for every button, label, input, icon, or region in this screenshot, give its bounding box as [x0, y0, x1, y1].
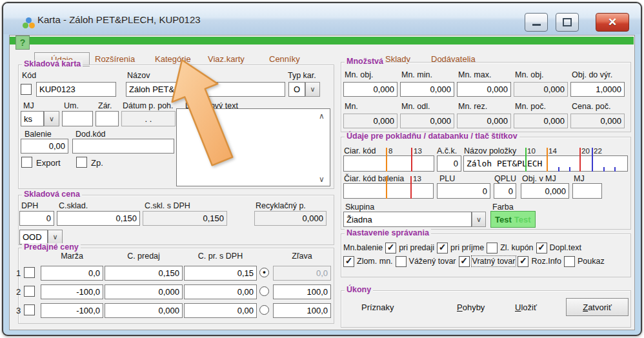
skupina-dropdown[interactable]: ∨	[472, 212, 486, 227]
zl-kupon-label: Zl. kupón	[500, 243, 533, 252]
typ-kar-label: Typ kar.	[288, 72, 316, 80]
help-button[interactable]: ?	[15, 35, 30, 50]
farba-test-text: Test	[495, 215, 512, 224]
mn-obj2-label: Mn. obj.	[515, 71, 543, 79]
zl-kupon-checkbox[interactable]	[487, 243, 498, 254]
cena-poc-label: Cena. poč.	[572, 103, 610, 111]
pri-predaji-label: pri predaji	[399, 243, 434, 252]
scroll-down-icon[interactable]: ∨	[319, 175, 325, 183]
zlava-field-2[interactable]: 100,0	[273, 284, 331, 299]
marza-field-1[interactable]: 0,0	[41, 266, 103, 281]
priznaky-button[interactable]: Príznaky	[361, 303, 394, 312]
cskldph-label: C.skl. s DPH	[145, 202, 190, 210]
price-row3-checkbox[interactable]	[24, 304, 35, 315]
price-row2-radio[interactable]	[259, 286, 269, 296]
mn-obj-field[interactable]: 0,000	[343, 82, 397, 97]
maximize-button[interactable]	[556, 13, 579, 32]
marker-13-label: 13	[414, 147, 422, 155]
mn-label: Mn.	[345, 103, 358, 111]
group-skladova-cena-caption: Skladová cena	[22, 190, 82, 199]
balenie-label: Balenie	[25, 130, 52, 139]
obj-v-mj-field[interactable]: 0,000	[521, 183, 569, 199]
recykl-field: 0,000	[254, 211, 327, 226]
csklad-field[interactable]: 0,150	[57, 211, 140, 226]
marker-14-label: 14	[548, 147, 557, 155]
zlom-mn-checkbox[interactable]: ✓	[343, 256, 354, 267]
ack-field[interactable]: 0	[437, 155, 461, 172]
nazov-field[interactable]: Záloh PET&PLECH	[126, 82, 285, 97]
plu-field[interactable]: 0	[437, 183, 490, 199]
mn-max-field[interactable]: 0,000	[457, 82, 511, 97]
datum-label: Dátum p. poh.	[123, 102, 174, 110]
zp-checkbox[interactable]	[76, 157, 87, 168]
tab-viazkarty[interactable]: Viaz.karty	[208, 54, 245, 64]
sdph-field-1[interactable]: 0,15	[184, 266, 257, 281]
name-tick	[558, 167, 559, 172]
obj-do-vyr-field[interactable]: 1,0000	[570, 82, 625, 97]
scroll-up-icon[interactable]: ∧	[319, 112, 325, 120]
skupina-field[interactable]: Žiadna	[343, 212, 472, 227]
pri-prijme-checkbox[interactable]: ✓	[437, 243, 448, 254]
tab-kategorie[interactable]: Kategórie	[155, 54, 191, 64]
mj2-field[interactable]	[572, 183, 602, 199]
vazeny-tovar-checkbox[interactable]	[396, 256, 407, 267]
qplu-field[interactable]: 0	[494, 183, 516, 199]
mn-min-label: Mn. min.	[401, 71, 432, 79]
typ-kar-dropdown[interactable]: ∨	[305, 82, 320, 97]
zar-field[interactable]	[96, 111, 119, 126]
zatvorit-button[interactable]: Zatvoriť	[566, 298, 629, 316]
dodkod-field[interactable]	[72, 139, 174, 154]
price-row2-checkbox[interactable]	[24, 286, 35, 297]
window-title: Karta - Záloh PET&PLECH, KUP0123	[37, 14, 201, 25]
predaj-field-2[interactable]: 0,000	[105, 284, 183, 299]
pri-prijme-label: pri príjme	[450, 243, 484, 252]
predaj-header: C. predaj	[105, 252, 183, 261]
kod-field[interactable]: KUP0123	[36, 82, 116, 97]
marza-field-3[interactable]: -100,0	[41, 303, 103, 318]
balenia-marker-13-label: 13	[413, 175, 421, 183]
tab-cenniky[interactable]: Cenníky	[269, 54, 300, 64]
marza-field-2[interactable]: -100,0	[41, 284, 103, 299]
mn-rez-field: 0,000	[457, 114, 511, 128]
mj-field[interactable]: ks	[21, 111, 44, 126]
ciar-kod-balenia-field[interactable]	[343, 183, 434, 199]
close-button[interactable]: ✕	[596, 13, 629, 32]
dph-field[interactable]: 0	[19, 211, 54, 226]
um-label: Um.	[64, 102, 79, 110]
balenie-field[interactable]: 0,00	[21, 139, 68, 154]
export-checkbox[interactable]	[21, 157, 32, 168]
um-field[interactable]	[62, 111, 93, 126]
pohyby-button[interactable]: Pohyby	[457, 303, 485, 312]
vratny-tovar-checkbox[interactable]: ✓	[459, 256, 470, 267]
chevron-down-icon: ∨	[310, 85, 315, 94]
dopl-text-checkbox[interactable]: ✓	[536, 243, 547, 254]
kod-checkbox[interactable]	[21, 84, 32, 95]
tab-rozsirenia[interactable]: Rozšírenia	[95, 54, 135, 64]
price-row1-radio[interactable]: ●	[259, 268, 269, 277]
typ-kar-field[interactable]: O	[288, 82, 305, 97]
doplnkovy-text-area[interactable]	[176, 108, 330, 186]
cena-poc-field: 0,000	[570, 114, 625, 128]
recykl-label: Recyklačný p.	[256, 202, 306, 210]
price-row3-radio[interactable]	[259, 305, 269, 315]
qplu-label: QPLU	[494, 175, 516, 183]
mn-poc-field: 0,000	[514, 114, 568, 128]
predaj-field-1[interactable]: 0,150	[105, 266, 183, 281]
mn-obj-label: Mn. obj.	[345, 71, 373, 79]
pri-predaji-checkbox[interactable]: ✓	[385, 243, 396, 254]
mn-field: 0,000	[343, 114, 397, 128]
ciar-kod-field[interactable]	[343, 155, 434, 172]
poukaz-checkbox[interactable]	[564, 256, 575, 267]
price-row1-checkbox[interactable]	[24, 267, 35, 278]
sdph-field-2[interactable]: 0,00	[184, 284, 257, 299]
farba-test-button[interactable]: Test Test	[490, 211, 536, 228]
minimize-button[interactable]	[525, 13, 548, 32]
zlava-field-3[interactable]: 100,0	[273, 303, 331, 318]
sdph-field-3[interactable]: 0,00	[184, 303, 257, 318]
mn-min-field[interactable]: 0,000	[400, 82, 454, 97]
ulozit-button[interactable]: Uložiť	[515, 303, 537, 312]
mj-dropdown[interactable]: ∨	[44, 111, 59, 126]
poukaz-label: Poukaz	[578, 257, 605, 266]
roz-info-checkbox[interactable]: ✓	[518, 256, 528, 267]
predaj-field-3[interactable]: 0,000	[105, 303, 183, 318]
